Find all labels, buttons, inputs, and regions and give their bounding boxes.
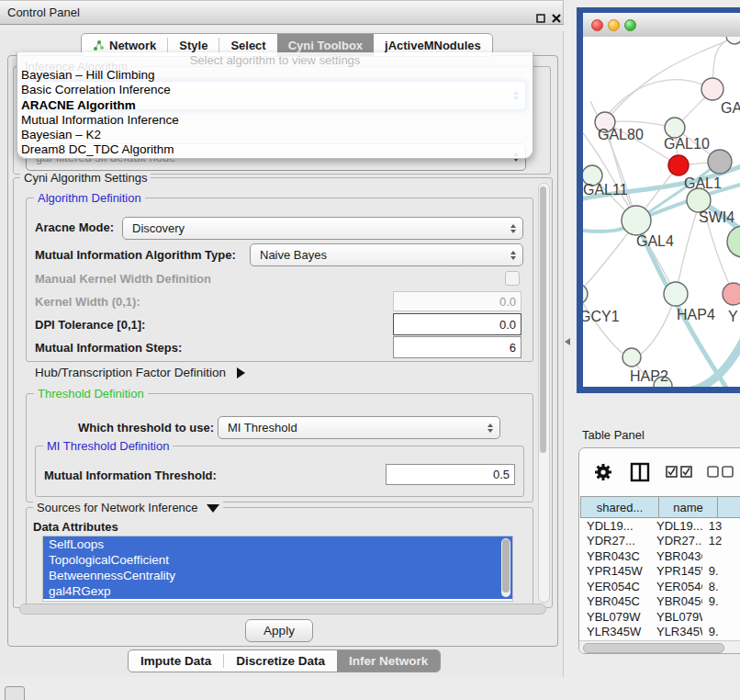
columns-icon[interactable]: [630, 462, 650, 482]
network-node-label: GAL80: [598, 127, 644, 142]
dropdown-item[interactable]: Mutual Information Inference: [17, 113, 533, 128]
which-threshold-combo[interactable]: MI Threshold: [218, 416, 500, 439]
checked-checkboxes-icon[interactable]: [666, 466, 692, 478]
network-node[interactable]: [708, 150, 732, 174]
list-item[interactable]: SelfLoops: [43, 536, 512, 552]
kernel-width-field: 0.0: [393, 291, 521, 311]
column-header[interactable]: name: [659, 496, 718, 518]
hub-definition-toggle[interactable]: Hub/Transcription Factor Definition: [35, 366, 245, 379]
network-node-label: Y: [728, 309, 738, 324]
kernel-width-label: Kernel Width (0,1):: [35, 295, 140, 309]
table-row[interactable]: YBL079WYBL079W: [580, 609, 740, 625]
network-node[interactable]: [701, 78, 723, 100]
settings-hscrollbar[interactable]: [19, 604, 546, 615]
list-vscrollbar-thumb[interactable]: [502, 539, 510, 593]
network-node-label: GAL: [721, 100, 740, 116]
dropdown-prompt: Select algorithm to view settings: [17, 52, 533, 68]
network-tab-icon: [93, 40, 105, 51]
unchecked-checkboxes-icon[interactable]: [707, 466, 734, 478]
tab-discretize-data[interactable]: Discretize Data: [224, 650, 337, 672]
divider-collapse-icon[interactable]: [565, 338, 570, 345]
close-icon[interactable]: [551, 13, 562, 24]
combo-arrows-icon: [510, 224, 516, 233]
network-node[interactable]: [668, 155, 689, 175]
mi-threshold-field[interactable]: 0.5: [386, 464, 515, 485]
network-node[interactable]: [583, 284, 588, 304]
manual-kernel-checkbox[interactable]: [505, 271, 520, 286]
which-threshold-label: Which threshold to use:: [78, 421, 214, 435]
table-panel-window: shared... name A YDL19...YDL19...13YDR27…: [578, 447, 740, 654]
list-item[interactable]: TopologicalCoefficient: [43, 552, 512, 568]
network-node-label: HAP2: [630, 368, 668, 384]
threshold-definition-title: Threshold Definition: [34, 387, 148, 401]
algorithm-definition-title: Algorithm Definition: [34, 191, 145, 205]
network-node[interactable]: [664, 282, 688, 306]
network-edge[interactable]: [583, 294, 624, 355]
gear-icon[interactable]: [592, 461, 614, 483]
network-node[interactable]: [727, 226, 740, 257]
list-item[interactable]: gal4RGexp: [43, 583, 512, 599]
network-node-label: GAL11: [583, 182, 628, 198]
network-node[interactable]: [622, 206, 651, 235]
network-edge[interactable]: [676, 211, 697, 294]
float-panel-icon[interactable]: [535, 13, 546, 24]
combo-arrows-icon: [488, 423, 493, 433]
aracne-mode-label: Aracne Mode:: [35, 220, 114, 234]
network-node[interactable]: [726, 37, 740, 44]
column-header[interactable]: A: [718, 496, 740, 518]
dpi-tolerance-field[interactable]: 0.0: [393, 313, 521, 335]
dropdown-item[interactable]: Basic Correlation Inference: [17, 83, 533, 97]
network-node[interactable]: [665, 118, 685, 138]
network-node-label: GCY1: [583, 309, 620, 324]
settings-vscrollbar-thumb[interactable]: [540, 186, 546, 453]
table-header-row: shared... name A: [580, 496, 740, 518]
mi-algorithm-type-label: Mutual Information Algorithm Type:: [35, 248, 236, 262]
manual-kernel-label: Manual Kernel Width Definition: [35, 272, 211, 286]
apply-button[interactable]: Apply: [245, 619, 313, 642]
network-edge[interactable]: [583, 230, 631, 294]
dropdown-item[interactable]: Dream8 DC_TDC Algorithm: [17, 142, 533, 157]
table-hscrollbar[interactable]: [579, 640, 740, 653]
table-row[interactable]: YBR043CYBR043C: [580, 548, 740, 564]
table-row[interactable]: YER054CYER054C8.: [580, 579, 740, 594]
network-window-titlebar[interactable]: [583, 13, 740, 38]
mi-algorithm-type-combo[interactable]: Naive Bayes: [250, 243, 523, 266]
minimize-traffic-light[interactable]: [608, 19, 620, 31]
tab-impute-data[interactable]: Impute Data: [129, 650, 223, 672]
network-node-label: GAL1: [684, 175, 722, 191]
table-row[interactable]: YPR145WYPR145W9.: [580, 564, 740, 580]
network-edge[interactable]: [608, 80, 712, 115]
control-panel-titlebar: Control Panel: [0, 0, 564, 25]
table-row[interactable]: YLR345WYLR345W9.: [580, 625, 740, 640]
table-row[interactable]: YDR27...YDR27...12: [580, 534, 740, 549]
list-item[interactable]: BetweennessCentrality: [43, 568, 512, 583]
dpi-tolerance-label: DPI Tolerance [0,1]:: [35, 318, 145, 332]
column-header[interactable]: shared...: [580, 496, 659, 518]
settings-vscrollbar[interactable]: [538, 183, 550, 603]
algorithm-dropdown-popup: Select algorithm to view settings Bayesi…: [17, 52, 533, 159]
dropdown-item[interactable]: Bayesian – Hill Climbing: [17, 68, 533, 83]
aracne-mode-combo[interactable]: Discovery: [122, 217, 523, 240]
dropdown-item-selected[interactable]: ARACNE Algorithm: [17, 98, 533, 113]
mi-steps-label: Mutual Information Steps:: [35, 341, 182, 355]
table-row[interactable]: YBR045CYBR045C9.: [580, 594, 740, 610]
network-edge[interactable]: [705, 213, 734, 294]
zoom-traffic-light[interactable]: [624, 19, 636, 31]
data-attributes-list[interactable]: SelfLoops TopologicalCoefficient Between…: [42, 536, 513, 602]
table-body: YDL19...YDL19...13YDR27...YDR27...12YBR0…: [580, 518, 740, 654]
network-node[interactable]: [723, 283, 740, 305]
network-node-label: GAL10: [664, 136, 710, 152]
mi-steps-field[interactable]: 6: [393, 336, 521, 358]
collapse-down-icon: [207, 504, 219, 513]
tab-infer-network[interactable]: Infer Network: [337, 650, 440, 672]
table-hscrollbar-thumb[interactable]: [583, 643, 724, 653]
cyni-settings-title: Cyni Algorithm Settings: [20, 171, 151, 185]
float-panel-icon[interactable]: [5, 686, 25, 700]
network-canvas[interactable]: GALGAL80GAL10GAL1GAL11SWI4GAL4GCY1HAP4YH…: [583, 37, 740, 387]
sources-group-toggle[interactable]: Sources for Network Inference: [33, 501, 223, 514]
close-traffic-light[interactable]: [591, 19, 603, 31]
network-node[interactable]: [622, 348, 641, 367]
table-row[interactable]: YDL19...YDL19...13: [580, 518, 740, 534]
dropdown-item[interactable]: Bayesian – K2: [17, 128, 533, 142]
table-toolbar: [579, 448, 740, 495]
